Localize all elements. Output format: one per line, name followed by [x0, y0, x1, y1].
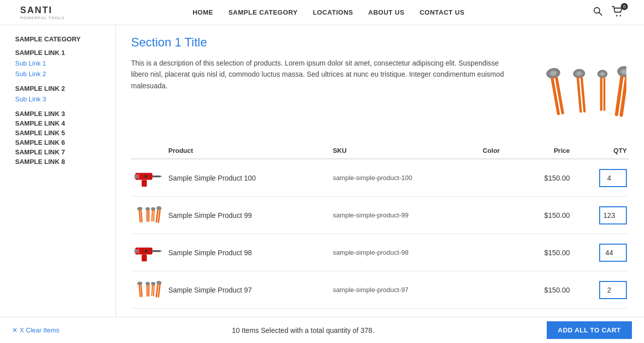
nav-contact-us[interactable]: CONTACT US [420, 9, 465, 16]
section-top: This is a description of this selection … [131, 58, 629, 131]
logo-tagline: POWERFUL TOOLS [20, 16, 65, 20]
product-price: $150.00 [519, 159, 571, 197]
product-qty-cell [572, 234, 629, 271]
clear-items-button[interactable]: ✕ X Clear Items [12, 326, 59, 334]
product-price: $150.00 [519, 271, 571, 309]
sidebar: SAMPLE CATEGORY SAMPLE LINK 1 Sub Link 1… [0, 25, 116, 343]
svg-rect-41 [153, 250, 160, 252]
nav-sample-category[interactable]: SAMPLE CATEGORY [228, 9, 298, 16]
product-sku: sample-simple-product-97 [331, 271, 481, 309]
main-content: Section 1 Title This is a description of… [116, 25, 644, 343]
svg-point-26 [145, 175, 147, 178]
sidebar-link1[interactable]: SAMPLE LINK 1 [15, 49, 105, 56]
svg-point-45 [145, 250, 147, 252]
logo[interactable]: SANTI POWERFUL TOOLS [20, 5, 65, 20]
sidebar-link8[interactable]: SAMPLE LINK 8 [15, 158, 105, 165]
product-name: Sample Simple Product 99 [166, 197, 331, 234]
col-product-img [131, 143, 166, 159]
qty-input[interactable] [599, 169, 627, 187]
svg-rect-51 [148, 284, 150, 297]
nav-about-us[interactable]: ABOUT US [368, 9, 405, 16]
svg-rect-13 [600, 77, 603, 111]
table-row: Sample Simple Product 100sample-simple-p… [131, 159, 629, 197]
svg-line-1 [599, 13, 602, 16]
logo-name: SANTI [20, 5, 52, 16]
products-table: Product SKU Color Price QTY [131, 143, 629, 343]
product-color [481, 271, 519, 309]
product-color [481, 234, 519, 271]
product-image-cell [131, 197, 166, 234]
cart-badge: 0 [621, 3, 628, 10]
qty-input[interactable] [599, 206, 627, 224]
search-icon[interactable] [593, 6, 603, 19]
product-qty-cell [572, 197, 629, 234]
svg-rect-34 [151, 210, 153, 221]
table-row: Sample Simple Product 97sample-simple-pr… [131, 271, 629, 309]
svg-rect-43 [142, 255, 147, 262]
table-row: Sample Simple Product 99sample-simple-pr… [131, 197, 629, 234]
svg-point-2 [616, 15, 617, 17]
svg-marker-42 [160, 250, 162, 252]
footer-bar: ✕ X Clear Items 10 Items Selected with a… [0, 317, 644, 343]
product-color [481, 197, 519, 234]
svg-rect-40 [135, 249, 138, 253]
sidebar-link6[interactable]: SAMPLE LINK 6 [15, 139, 105, 146]
product-price: $150.00 [519, 197, 571, 234]
table-row: Sample Simple Product 98sample-simple-pr… [131, 234, 629, 271]
clear-items-label: X Clear Items [20, 326, 59, 334]
cart-icon[interactable]: 0 [612, 6, 624, 19]
header: SANTI POWERFUL TOOLS HOME SAMPLE CATEGOR… [0, 0, 644, 25]
nav-locations[interactable]: LOCATIONS [313, 9, 353, 16]
svg-rect-31 [147, 210, 148, 222]
svg-rect-50 [147, 284, 148, 297]
qty-input[interactable] [599, 244, 627, 262]
sidebar-sublink3[interactable]: Sub Link 3 [15, 95, 105, 103]
product-name: Sample Simple Product 97 [166, 271, 331, 309]
section-image [528, 58, 629, 131]
svg-rect-44 [138, 249, 140, 254]
section-description: This is a description of this selection … [131, 58, 518, 131]
product-qty-cell [572, 159, 629, 197]
product-name: Sample Simple Product 98 [166, 234, 331, 271]
product-price: $150.00 [519, 234, 571, 271]
svg-point-3 [619, 15, 621, 17]
section-title: Section 1 Title [131, 35, 629, 49]
sidebar-link3[interactable]: SAMPLE LINK 3 [15, 110, 105, 118]
svg-rect-21 [135, 175, 138, 178]
svg-rect-54 [153, 284, 155, 296]
product-sku: sample-simple-product-100 [331, 159, 481, 197]
main-nav: HOME SAMPLE CATEGORY LOCATIONS ABOUT US … [192, 9, 465, 16]
svg-rect-25 [138, 174, 140, 179]
sidebar-sublink1[interactable]: Sub Link 1 [15, 60, 105, 67]
col-qty: QTY [572, 143, 629, 159]
sidebar-category[interactable]: SAMPLE CATEGORY [15, 35, 105, 43]
add-all-to-cart-button[interactable]: ADD ALL TO CART [547, 321, 632, 339]
sidebar-sublink2[interactable]: Sub Link 2 [15, 70, 105, 78]
sidebar-link5[interactable]: SAMPLE LINK 5 [15, 129, 105, 137]
col-sku: SKU [331, 143, 481, 159]
main-layout: SAMPLE CATEGORY SAMPLE LINK 1 Sub Link 1… [0, 25, 644, 343]
svg-rect-35 [153, 210, 155, 221]
sidebar-link2[interactable]: SAMPLE LINK 2 [15, 85, 105, 92]
col-color: Color [481, 143, 519, 159]
svg-point-15 [600, 72, 605, 76]
svg-rect-22 [153, 176, 160, 177]
footer-summary: 10 Items Selected with a total quantity … [232, 326, 374, 334]
sidebar-link4[interactable]: SAMPLE LINK 4 [15, 120, 105, 127]
product-qty-cell [572, 271, 629, 309]
product-image-cell [131, 159, 166, 197]
col-price: Price [519, 143, 571, 159]
product-color [481, 159, 519, 197]
svg-point-55 [156, 280, 162, 285]
clear-icon: ✕ [12, 326, 18, 334]
sidebar-link7[interactable]: SAMPLE LINK 7 [15, 148, 105, 156]
product-name: Sample Simple Product 100 [166, 159, 331, 197]
product-sku: sample-simple-product-99 [331, 197, 481, 234]
svg-marker-23 [160, 176, 162, 177]
qty-input[interactable] [599, 281, 627, 299]
header-icons: 0 [593, 6, 624, 19]
nav-home[interactable]: HOME [192, 9, 213, 16]
svg-rect-14 [603, 77, 605, 111]
svg-point-36 [156, 206, 162, 210]
svg-rect-24 [142, 180, 147, 187]
